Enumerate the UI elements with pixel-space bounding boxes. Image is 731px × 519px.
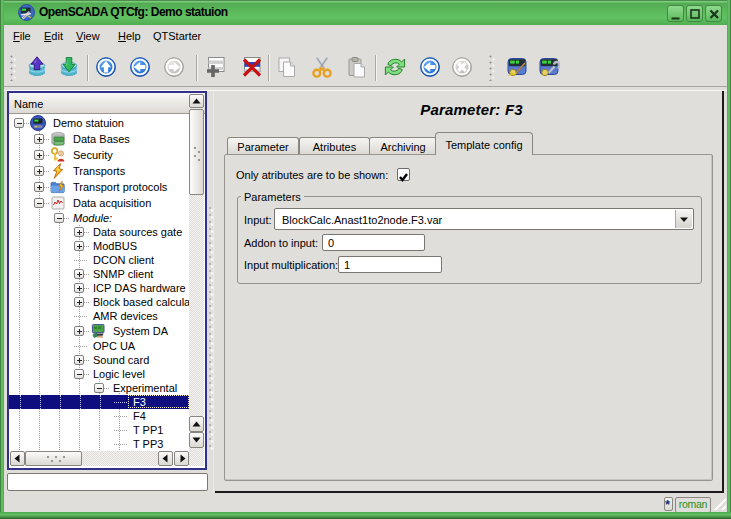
svg-text:*: * xyxy=(665,498,671,510)
